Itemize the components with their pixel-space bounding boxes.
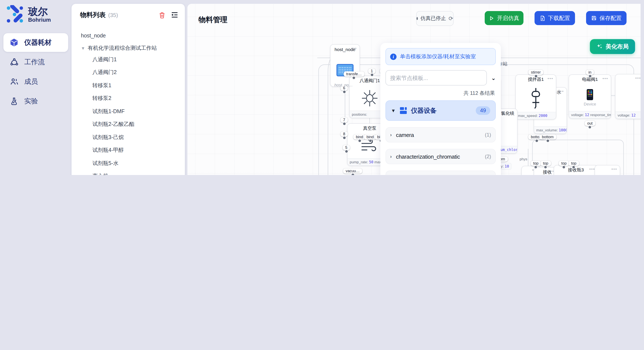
canvas-node-unnamed[interactable]: •••voltage: 12 <box>615 74 640 119</box>
device-icon <box>586 89 593 100</box>
node-title: 接收瓶3••• <box>554 166 598 175</box>
node-menu-icon[interactable]: ••• <box>602 76 608 81</box>
port-chip-out[interactable]: out <box>584 121 595 126</box>
collapse-list-button[interactable] <box>170 11 179 19</box>
port-chip-in[interactable]: in <box>586 70 594 75</box>
port-chip-bottom[interactable]: bottom <box>539 134 556 140</box>
stirrer-icon <box>527 87 544 109</box>
template-hint-banner: i 单击模板添加仪器/耗材至实验室 <box>386 48 496 65</box>
port-chip-top[interactable]: top <box>568 161 579 166</box>
node-title: host_node••• <box>330 45 360 54</box>
refresh-icon[interactable]: ⟳ <box>448 15 453 22</box>
node-title: ••• <box>595 166 620 175</box>
results-count: 共 112 条结果 <box>386 90 495 97</box>
app-root: 玻尔 Bohrium 仪器耗材工作流成员实验 实验室 物料列表 (35) <box>0 0 644 175</box>
category-count-badge: 49 <box>476 106 490 115</box>
port-chip-vacuu…[interactable]: vacuu… <box>343 169 362 174</box>
delete-button[interactable] <box>158 11 166 19</box>
tree-item[interactable]: 试剂瓶1-DMF <box>81 105 185 118</box>
tree-item[interactable]: 转移泵1 <box>81 79 185 92</box>
materials-panel: 物料列表 (35) host_node ▼ 有机化学流程综合测试工作站 八通阀门… <box>72 4 185 175</box>
chevron-right-icon: › <box>390 154 392 159</box>
status-dot-icon <box>416 17 418 20</box>
canvas-node-电磁阀1[interactable]: 电磁阀1•••Devicevoltage: 12 response_time: … <box>568 74 611 119</box>
sidebar-item-3[interactable]: 实验 <box>4 92 68 111</box>
download-file-icon <box>540 15 545 21</box>
node-params: max_volume: 1000 <box>534 126 566 134</box>
template-groups: ›camera(1)›characterization_chromatic(2)… <box>386 127 496 175</box>
canvas-node-unnamed[interactable]: ••• <box>594 165 620 175</box>
tree-item[interactable]: 离心机 <box>81 170 185 175</box>
sidebar-item-1[interactable]: 工作流 <box>4 53 68 71</box>
tree-group-workstation[interactable]: ▼ 有机化学流程综合测试工作站 <box>81 45 185 53</box>
start-label: 开启仿真 <box>497 14 519 22</box>
chevron-right-icon: › <box>390 132 392 137</box>
node-menu-icon[interactable]: ••• <box>612 167 617 172</box>
tree-item[interactable]: 八通阀门2 <box>81 66 185 79</box>
materials-count: (35) <box>108 12 118 18</box>
info-icon: i <box>390 53 396 60</box>
canvas-node-接收瓶3[interactable]: 接收瓶3•••max_volume: 250 <box>554 165 598 175</box>
canvas-node-搅拌器1[interactable]: 搅拌器1•••max_speed: 2000 <box>515 74 556 120</box>
tree-item[interactable]: 试剂瓶4-甲醇 <box>81 144 185 157</box>
node-params: voltage: 12 <box>616 111 640 119</box>
tree-item[interactable]: 转移泵2 <box>81 92 185 105</box>
template-group-characterization_optic[interactable]: ›characterization_optic(1) <box>386 171 496 175</box>
node-params: max_speed: 2000 <box>516 112 556 119</box>
node-menu-icon[interactable]: ••• <box>509 110 514 115</box>
main-surface: 有机化学流程综合测试工作站 •••voltage: 12试剂瓶5-水•••max… <box>188 4 640 175</box>
members-icon <box>9 77 19 86</box>
port-chip-stirrer[interactable]: stirrer <box>528 70 543 75</box>
node-menu-icon[interactable]: ••• <box>558 89 564 94</box>
tree-item[interactable]: 试剂瓶2-乙酸乙酯 <box>81 118 185 131</box>
node-params: voltage: 12 response_time: 0.1 <box>569 111 611 118</box>
port-chip-top[interactable]: top <box>530 161 541 166</box>
port-chip-7[interactable]: 7 <box>340 117 348 123</box>
sidebar-item-0[interactable]: 仪器耗材 <box>4 33 68 52</box>
group-label: characterization_chromatic <box>396 153 480 160</box>
tree-item[interactable]: 试剂瓶5-水 <box>81 157 185 170</box>
port-chip-top[interactable]: top <box>558 161 569 166</box>
chevron-down-icon: ▼ <box>391 108 396 113</box>
workflow-icon <box>9 57 19 67</box>
chevron-down-icon[interactable]: ⌄ <box>491 75 496 81</box>
beautify-label: 美化布局 <box>606 43 629 50</box>
port-chip-1[interactable]: 1 <box>368 68 376 74</box>
play-icon <box>489 15 494 21</box>
simulation-status-badge[interactable]: 仿真已停止 ⟳ <box>416 11 454 26</box>
template-group-characterization_chromatic[interactable]: ›characterization_chromatic(2) <box>386 149 496 164</box>
save-config-button[interactable]: 保存配置 <box>586 11 626 25</box>
group-count: (2) <box>485 154 491 160</box>
trash-icon <box>158 11 166 18</box>
search-input[interactable] <box>386 70 487 85</box>
port-chip-8[interactable]: 8 <box>340 131 348 137</box>
group-count: (1) <box>485 132 491 138</box>
tree-item[interactable]: 八通阀门1 <box>81 53 185 66</box>
start-simulation-button[interactable]: 开启仿真 <box>485 11 524 25</box>
sidebar-item-label: 工作流 <box>24 58 45 67</box>
canvas-label: phys <box>520 157 527 161</box>
tree-root-host-node[interactable]: host_node <box>81 30 185 45</box>
status-label: 仿真已停止 <box>420 15 446 22</box>
indent-list-icon <box>171 11 178 19</box>
page-title: 物料管理 <box>198 15 228 25</box>
port-chip-transfe…[interactable]: transfe… <box>344 71 364 77</box>
download-config-button[interactable]: 下载配置 <box>534 11 575 25</box>
tree-item[interactable]: 试剂瓶3-己烷 <box>81 131 185 144</box>
node-menu-icon[interactable]: ••• <box>351 46 357 51</box>
beautify-layout-button[interactable]: 美化布局 <box>590 39 635 54</box>
node-menu-icon[interactable]: ••• <box>548 76 553 81</box>
save-icon <box>591 15 596 21</box>
save-label: 保存配置 <box>600 14 622 22</box>
node-title: ••• <box>616 74 640 84</box>
port-chip-5[interactable]: 5 <box>343 145 350 150</box>
cube-icon <box>9 38 19 47</box>
category-instruments[interactable]: ▼ 仪器设备 49 <box>386 100 496 121</box>
port-chip-top[interactable]: top <box>540 161 551 166</box>
node-menu-icon[interactable]: ••• <box>589 167 595 172</box>
bohrium-logo-icon <box>6 5 24 24</box>
brand-logo[interactable]: 玻尔 Bohrium <box>0 0 72 24</box>
node-menu-icon[interactable]: ••• <box>635 76 640 80</box>
sidebar-item-2[interactable]: 成员 <box>4 72 68 91</box>
template-group-camera[interactable]: ›camera(1) <box>386 127 496 143</box>
